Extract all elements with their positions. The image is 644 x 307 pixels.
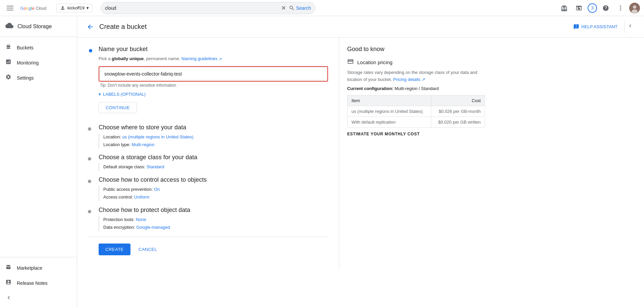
public-access-detail: Public access prevention: On bbox=[103, 185, 328, 193]
location-value: us (multiple regions in United States) bbox=[122, 134, 193, 139]
project-selector[interactable]: kickoff19 ▾ bbox=[56, 4, 93, 12]
collapsed-bullet-location bbox=[88, 127, 91, 131]
credit-card-icon bbox=[347, 58, 354, 67]
sidebar-item-marketplace[interactable]: Marketplace bbox=[0, 261, 77, 275]
search-label: Search bbox=[296, 5, 311, 11]
encryption-detail: Data encryption: Google-managed bbox=[103, 223, 328, 231]
google-cloud-logo[interactable]: Google Cloud bbox=[20, 5, 52, 11]
sidebar: Cloud Storage Buckets Monitoring Setting… bbox=[0, 16, 77, 307]
svg-text:Google
           Cloud: Google Cloud bbox=[20, 6, 46, 11]
external-link-icon-2: ↗ bbox=[422, 77, 425, 82]
protection-tools-detail: Protection tools: None bbox=[103, 216, 328, 223]
sidebar-header: Cloud Storage bbox=[0, 16, 77, 37]
cancel-button[interactable]: CANCEL bbox=[135, 244, 161, 255]
sidebar-bottom: Marketplace Release Notes bbox=[0, 257, 77, 307]
release-notes-icon bbox=[5, 279, 12, 287]
avatar[interactable] bbox=[629, 3, 640, 13]
name-section: Name your bucket Pick a globally unique,… bbox=[88, 46, 328, 113]
sidebar-item-release-notes[interactable]: Release Notes bbox=[0, 276, 77, 290]
sidebar-item-settings[interactable]: Settings bbox=[0, 71, 77, 85]
storage-class-title: Choose a storage class for your data bbox=[99, 154, 328, 161]
search-clear-icon[interactable]: ✕ bbox=[281, 4, 286, 12]
pricing-title: Location pricing bbox=[357, 59, 392, 65]
continue-button[interactable]: CONTINUE bbox=[99, 102, 137, 113]
subtitle-pre: Pick a bbox=[99, 56, 112, 61]
location-details: Location: us (multiple regions in United… bbox=[99, 133, 328, 149]
storage-class-section: Choose a storage class for your data Def… bbox=[88, 154, 328, 171]
location-detail-1: Location: us (multiple regions in United… bbox=[103, 133, 328, 141]
project-chevron: ▾ bbox=[87, 5, 89, 10]
bucket-name-input[interactable] bbox=[100, 68, 327, 80]
right-panel: Good to know Location pricing Storage ra… bbox=[339, 38, 493, 270]
name-section-subtitle: Pick a globally unique, permanent name. … bbox=[99, 55, 328, 62]
svg-rect-2 bbox=[7, 10, 13, 10]
search-input[interactable] bbox=[105, 5, 281, 11]
sidebar-item-release-notes-label: Release Notes bbox=[17, 280, 48, 286]
svg-point-9 bbox=[633, 5, 636, 9]
sidebar-collapse-button[interactable] bbox=[0, 291, 77, 304]
collapse-right-button[interactable] bbox=[624, 20, 636, 33]
gift-icon-button[interactable] bbox=[558, 2, 570, 14]
svg-rect-0 bbox=[7, 6, 13, 6]
more-options-button[interactable] bbox=[614, 2, 627, 14]
pricing-section: Location pricing Storage rates vary depe… bbox=[347, 58, 485, 140]
form-panel: Name your bucket Pick a globally unique,… bbox=[77, 38, 339, 270]
collapsed-bullet-storage bbox=[88, 157, 91, 161]
hamburger-menu-button[interactable] bbox=[4, 2, 16, 14]
pricing-item-0: us (multiple regions in United States) bbox=[347, 106, 431, 117]
estimate-monthly-cost-button[interactable]: ESTIMATE YOUR MONTHLY COST bbox=[347, 128, 420, 140]
naming-guidelines-link[interactable]: Naming guidelines ↗ bbox=[181, 56, 222, 61]
protection-section: Choose how to protect object data Protec… bbox=[88, 207, 328, 231]
svg-point-6 bbox=[620, 7, 621, 8]
search-button[interactable]: Search bbox=[289, 5, 311, 11]
current-config-label: Current configuration: Multi-region / St… bbox=[347, 86, 485, 91]
access-section: Choose how to control access to objects … bbox=[88, 176, 328, 201]
external-link-icon: ↗ bbox=[219, 57, 222, 61]
pricing-table: Item Cost us (multiple regions in United… bbox=[347, 95, 485, 128]
terminal-icon-button[interactable] bbox=[573, 2, 585, 14]
storage-class-details: Default storage class: Standard bbox=[99, 163, 328, 171]
svg-point-5 bbox=[620, 5, 621, 6]
sidebar-item-settings-label: Settings bbox=[17, 75, 34, 81]
create-button[interactable]: CREATE bbox=[99, 244, 130, 255]
name-section-title: Name your bucket bbox=[99, 46, 328, 53]
pricing-details-link[interactable]: Pricing details ↗ bbox=[393, 77, 425, 82]
bucket-name-box bbox=[99, 66, 328, 82]
sidebar-nav: Buckets Monitoring Settings bbox=[0, 37, 77, 257]
sidebar-item-buckets[interactable]: Buckets bbox=[0, 40, 77, 55]
svg-point-10 bbox=[632, 9, 638, 13]
location-title: Choose where to store your data bbox=[99, 124, 328, 131]
topbar: Google Cloud kickoff19 ▾ ✕ Search bbox=[0, 0, 644, 16]
back-button[interactable] bbox=[85, 22, 95, 32]
pricing-table-header-cost: Cost bbox=[431, 95, 485, 106]
subtitle-post: , permanent name. bbox=[144, 56, 180, 61]
sidebar-item-monitoring[interactable]: Monitoring bbox=[0, 55, 77, 70]
search-box: ✕ Search bbox=[101, 2, 315, 14]
cloud-storage-icon bbox=[5, 21, 13, 31]
protection-tools-value: None bbox=[136, 217, 146, 222]
buckets-icon bbox=[5, 44, 12, 51]
project-name: kickoff19 bbox=[67, 5, 85, 10]
access-title: Choose how to control access to objects bbox=[99, 176, 328, 183]
sidebar-title: Cloud Storage bbox=[17, 24, 52, 30]
topbar-right: 3 bbox=[558, 2, 640, 14]
notification-count-badge[interactable]: 3 bbox=[588, 3, 597, 13]
sidebar-item-buckets-label: Buckets bbox=[17, 45, 34, 50]
access-section-content: Choose how to control access to objects … bbox=[99, 176, 328, 201]
help-icon-button[interactable] bbox=[600, 2, 612, 14]
labels-toggle[interactable]: ▾ LABELS (OPTIONAL) bbox=[99, 92, 328, 97]
subtitle-bold: globally unique bbox=[112, 56, 144, 61]
help-assistant-button[interactable]: HELP ASSISTANT bbox=[571, 22, 620, 32]
current-config-value: Multi-region / Standard bbox=[395, 86, 439, 91]
location-type-value: Multi-region bbox=[132, 142, 155, 147]
pricing-header: Location pricing bbox=[347, 58, 485, 67]
protection-details: Protection tools: None Data encryption: … bbox=[99, 216, 328, 231]
section-bullet-name bbox=[89, 49, 92, 52]
help-assistant-label: HELP ASSISTANT bbox=[581, 24, 618, 29]
pricing-description: Storage rates vary depending on the stor… bbox=[347, 69, 485, 83]
access-control-detail: Access control: Uniform bbox=[103, 193, 328, 201]
input-tip: Tip: Don't include any sensitive informa… bbox=[99, 83, 328, 88]
pricing-cost-0: $0.026 per GB-month bbox=[431, 106, 485, 117]
labels-toggle-label: LABELS (OPTIONAL) bbox=[103, 92, 146, 97]
page-header: Create a bucket HELP ASSISTANT bbox=[77, 16, 644, 38]
